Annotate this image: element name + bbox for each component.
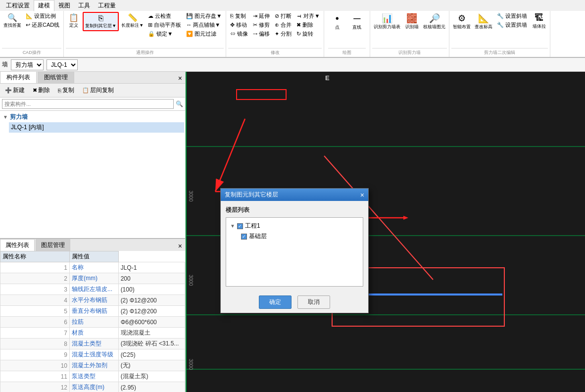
prop-value[interactable]: (混凝土泵) bbox=[118, 371, 185, 382]
table-row[interactable]: 1 名称 JLQ-1 bbox=[0, 262, 185, 273]
menu-view[interactable]: 视图 bbox=[54, 0, 74, 11]
prop-value[interactable]: (2) Φ12@200 bbox=[118, 306, 185, 317]
prop-value[interactable]: 现浇混凝土 bbox=[118, 328, 185, 339]
menu-modeling[interactable]: 建模 bbox=[34, 0, 54, 11]
copy-to-floor-dialog[interactable]: 复制图元到其它楼层 × 楼层列表 ▼ ✓ 工程1 ✓ 基础层 bbox=[220, 188, 369, 313]
btn-set-arch[interactable]: 🔧 设置拱墙 bbox=[495, 21, 529, 29]
btn-length-mark[interactable]: 📏 长度标注▼ bbox=[120, 12, 145, 30]
btn-wall-pull[interactable]: 🏗 墙体拉 bbox=[530, 12, 548, 31]
tab-drawing-mgmt[interactable]: 图纸管理 bbox=[38, 71, 74, 83]
props-panel-close[interactable]: × bbox=[175, 241, 185, 251]
btn-copy-to-floor[interactable]: ⎘ 复制到其它层▼ bbox=[83, 12, 119, 31]
table-row[interactable]: 11 泵送类型 (混凝土泵) bbox=[0, 371, 185, 382]
left-panel-close[interactable]: × bbox=[175, 73, 185, 83]
btn-align[interactable]: ⫤ 对齐▼ bbox=[294, 12, 322, 20]
btn-lock[interactable]: 🔒 锁定▼ bbox=[146, 30, 183, 38]
prop-value[interactable]: (2) Φ12@200 bbox=[118, 295, 185, 306]
btn-two-point-axis[interactable]: ↔ 两点辅轴▼ bbox=[184, 21, 224, 29]
btn-element-filter[interactable]: 🔽 图元过滤 bbox=[184, 30, 224, 38]
dialog-close-btn[interactable]: × bbox=[360, 191, 364, 199]
btn-layer-copy[interactable]: 📋 层间复制 bbox=[79, 85, 117, 96]
tree-group-shear-wall[interactable]: ▼ 剪力墙 bbox=[1, 112, 184, 122]
search-input[interactable] bbox=[2, 99, 174, 109]
tab-layer-mgmt[interactable]: 图层管理 bbox=[36, 239, 70, 251]
btn-element-save[interactable]: 💾 图元存盘▼ bbox=[184, 12, 224, 20]
menu-engineering-settings[interactable]: 工程设置 bbox=[2, 0, 34, 11]
prop-value[interactable]: JLQ-1 bbox=[118, 262, 185, 273]
row-number: 2 bbox=[0, 273, 70, 284]
prop-value[interactable]: (2.95) bbox=[118, 382, 185, 392]
btn-point[interactable]: • 点 bbox=[328, 12, 346, 32]
component-tree: ▼ 剪力墙 JLQ-1 [内墙] bbox=[0, 111, 185, 238]
btn-delete[interactable]: ✖ 删除 bbox=[294, 21, 322, 29]
btn-copy-component[interactable]: ⎘ 复制 bbox=[55, 85, 77, 96]
table-row[interactable]: 3 轴线距左墙皮... (100) bbox=[0, 284, 185, 295]
dialog-confirm-btn[interactable]: 确定 bbox=[259, 295, 292, 309]
btn-offset[interactable]: ⤏ 偏移 bbox=[251, 30, 272, 38]
btn-rotate[interactable]: ↻ 旋转 bbox=[294, 30, 322, 38]
btn-set-scale[interactable]: 📐 设置比例 bbox=[24, 12, 61, 20]
search-icon: 🔍 bbox=[176, 100, 183, 107]
btn-query-elevation[interactable]: 📐 查改标高 bbox=[473, 12, 494, 31]
table-row[interactable]: 7 材质 现浇混凝土 bbox=[0, 328, 185, 339]
btn-move[interactable]: ✥ 移动 bbox=[228, 21, 250, 29]
prop-value[interactable]: (C25) bbox=[118, 349, 185, 360]
table-row[interactable]: 8 混凝土类型 (3现浇砼 碎石 <31.5... bbox=[0, 339, 185, 349]
btn-copy[interactable]: ⎘ 复制 bbox=[228, 12, 250, 20]
btn-find-answer[interactable]: 🔍 查找答案 bbox=[2, 12, 23, 30]
btn-break[interactable]: ⊘ 打断 bbox=[273, 12, 293, 20]
dialog-floor-tree[interactable]: ▼ ✓ 工程1 ✓ 基础层 bbox=[226, 217, 363, 287]
row-number: 3 bbox=[0, 284, 70, 295]
tab-component-list[interactable]: 构件列表 bbox=[0, 71, 37, 83]
wall-type-select[interactable]: 剪力墙 bbox=[11, 59, 44, 70]
canvas-area[interactable]: E A 3000 3000 3000 复制图元到其它楼层 bbox=[186, 72, 585, 392]
table-row[interactable]: 6 拉筋 Φ6@600*600 bbox=[0, 317, 185, 328]
btn-restore-cad[interactable]: ↩ 还原CAD线 bbox=[24, 21, 61, 29]
dialog-cancel-btn[interactable]: 取消 bbox=[297, 295, 330, 309]
checkbox-project[interactable]: ✓ bbox=[237, 223, 243, 229]
table-row[interactable]: 2 厚度(mm) 200 bbox=[0, 273, 185, 284]
btn-new-component[interactable]: ➕ 新建 bbox=[2, 85, 28, 96]
dialog-title-bar[interactable]: 复制图元到其它楼层 × bbox=[221, 189, 368, 201]
menu-bar: 工程设置 建模 视图 工具 工程量 bbox=[0, 0, 585, 11]
btn-identify-table[interactable]: 📊 识别剪力墙表 bbox=[372, 12, 402, 31]
table-row[interactable]: 10 混凝土外加剂 (无) bbox=[0, 360, 185, 371]
prop-value[interactable]: Φ6@600*600 bbox=[118, 317, 185, 328]
prop-name: 材质 bbox=[70, 328, 119, 339]
btn-smart-layout[interactable]: ⚙ 智能布置 bbox=[451, 12, 472, 31]
btn-identify-wall[interactable]: 🧱 识别墙 bbox=[403, 12, 421, 31]
checkbox-basement[interactable]: ✓ bbox=[241, 234, 247, 240]
btn-define[interactable]: 📋 定义 bbox=[66, 12, 82, 30]
menu-quantities[interactable]: 工程量 bbox=[94, 0, 120, 11]
btn-split[interactable]: ✦ 分割 bbox=[273, 30, 293, 38]
menu-tools[interactable]: 工具 bbox=[74, 0, 94, 11]
btn-cloud-check[interactable]: ☁ 云检查 bbox=[146, 12, 183, 20]
table-row[interactable]: 12 泵送高度(m) (2.95) bbox=[0, 382, 185, 392]
wall-name-select[interactable]: JLQ-1 bbox=[47, 59, 78, 70]
btn-mirror[interactable]: ⇔ 镜像 bbox=[228, 30, 250, 38]
prop-value[interactable]: (3现浇砼 碎石 <31.5... bbox=[118, 339, 185, 349]
props-scroll[interactable]: 属性名称 属性值 1 名称 JLQ-1 2 厚度(mm) 200 3 轴线距左墙… bbox=[0, 251, 185, 392]
tree-item-jlq1[interactable]: JLQ-1 [内墙] bbox=[9, 122, 184, 133]
dialog-tree-project[interactable]: ▼ ✓ 工程1 bbox=[229, 221, 360, 231]
table-row[interactable]: 4 水平分布钢筋 (2) Φ12@200 bbox=[0, 295, 185, 306]
btn-extend[interactable]: ⇥ 延伸 bbox=[251, 12, 272, 20]
dim-label-1: 3000 bbox=[188, 191, 194, 201]
dialog-tree-basement[interactable]: ✓ 基础层 bbox=[229, 231, 360, 242]
btn-delete-component[interactable]: ✖ 删除 bbox=[30, 85, 53, 96]
btn-line[interactable]: ─ 直线 bbox=[348, 12, 366, 32]
btn-set-slope[interactable]: 🔧 设置斜墙 bbox=[495, 12, 529, 20]
prop-value[interactable]: 200 bbox=[118, 273, 185, 284]
prop-value[interactable]: (无) bbox=[118, 360, 185, 371]
btn-merge[interactable]: ⊕ 合并 bbox=[273, 21, 293, 29]
btn-auto-flatten[interactable]: ⊞ 自动平齐板 bbox=[146, 21, 183, 29]
row-number: 11 bbox=[0, 371, 70, 382]
prop-value[interactable]: (100) bbox=[118, 284, 185, 295]
table-row[interactable]: 9 混凝土强度等级 (C25) bbox=[0, 349, 185, 360]
tab-props-list[interactable]: 属性列表 bbox=[0, 239, 35, 251]
btn-check-element[interactable]: 🔎 枝核墙图元 bbox=[422, 12, 447, 31]
table-row[interactable]: 5 垂直分布钢筋 (2) Φ12@200 bbox=[0, 306, 185, 317]
btn-trim[interactable]: ✂ 修剪 bbox=[251, 21, 272, 29]
ribbon-group-identify-label: 识别剪力墙 bbox=[372, 48, 447, 56]
basement-label: 基础层 bbox=[249, 232, 267, 241]
